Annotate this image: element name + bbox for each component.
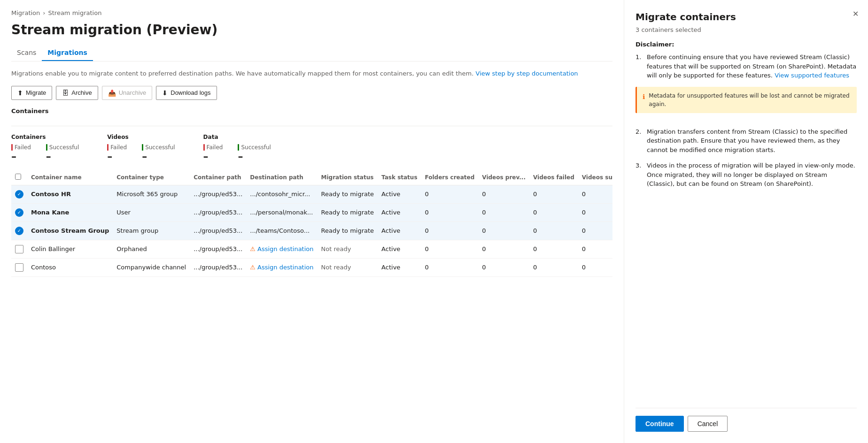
download-logs-button[interactable]: ⬇ Download logs <box>156 86 217 100</box>
checked-icon: ✓ <box>15 208 23 217</box>
select-all-checkbox[interactable] <box>11 170 27 185</box>
col-task-status: Task status <box>378 170 421 185</box>
cell-folders-created: 0 <box>421 185 479 203</box>
cell-container-type: User <box>113 203 190 222</box>
table-row: ✓Mona KaneUser.../group/ed53....../perso… <box>11 203 612 222</box>
cell-videos-succ: 0 <box>578 240 612 258</box>
continue-button[interactable]: Continue <box>636 416 684 432</box>
cell-destination-path: .../teams/Contoso... <box>246 222 317 240</box>
row-checkbox-cell[interactable]: ✓ <box>11 185 27 203</box>
cell-folders-created: 0 <box>421 222 479 240</box>
cell-migration-status: Not ready <box>318 240 378 258</box>
cell-container-type: Orphaned <box>113 240 190 258</box>
unchecked-box[interactable] <box>15 263 23 272</box>
side-panel-title: Migrate containers <box>636 11 857 23</box>
cell-container-name: Colin Ballinger <box>27 240 113 258</box>
cell-videos-succ: 0 <box>578 258 612 276</box>
download-icon: ⬇ <box>162 89 168 97</box>
col-folders-created: Folders created <box>421 170 479 185</box>
data-failed: Failed – <box>203 144 223 162</box>
data-stats: Data Failed – Successful – <box>203 134 271 162</box>
cell-task-status: Active <box>378 222 421 240</box>
side-panel: ✕ Migrate containers 3 containers select… <box>624 0 868 443</box>
cell-container-name: Contoso Stream Group <box>27 222 113 240</box>
close-button[interactable]: ✕ <box>851 8 860 20</box>
table-row: Colin BallingerOrphaned.../group/ed53...… <box>11 240 612 258</box>
warning-box: ℹ Metadata for unsupported features will… <box>636 87 857 113</box>
containers-successful: Successful – <box>46 144 79 162</box>
unarchive-button[interactable]: 📤 Unarchive <box>102 86 153 100</box>
containers-group-label: Containers <box>11 107 48 115</box>
cell-videos-prev: 0 <box>478 203 529 222</box>
view-supported-features-link[interactable]: View supported features <box>775 72 849 79</box>
table-row: ✓Contoso Stream GroupStream group.../gro… <box>11 222 612 240</box>
description-text: Migrations enable you to migrate content… <box>11 69 612 78</box>
unchecked-box[interactable] <box>15 245 23 253</box>
row-checkbox-cell[interactable]: ✓ <box>11 203 27 222</box>
stats-row: Containers <box>11 107 612 126</box>
row-checkbox-cell[interactable] <box>11 258 27 276</box>
tab-scans[interactable]: Scans <box>11 45 42 61</box>
breadcrumb-migration[interactable]: Migration <box>11 9 40 16</box>
tab-migrations[interactable]: Migrations <box>42 45 93 61</box>
cell-task-status: Active <box>378 203 421 222</box>
cell-folders-created: 0 <box>421 203 479 222</box>
cell-videos-failed: 0 <box>529 240 578 258</box>
info-icon: ℹ <box>643 92 645 102</box>
containers-stats-group: Containers <box>11 107 48 118</box>
cell-videos-failed: 0 <box>529 222 578 240</box>
videos-failed: Failed – <box>107 144 127 162</box>
cell-videos-failed: 0 <box>529 258 578 276</box>
main-content: Migration › Stream migration Stream migr… <box>0 0 624 443</box>
archive-button[interactable]: 🗄 Archive <box>56 86 98 100</box>
cell-destination-path: .../personal/monak... <box>246 203 317 222</box>
table-container: Container name Container type Container … <box>11 170 612 277</box>
step-by-step-link[interactable]: View step by step documentation <box>476 70 578 77</box>
unarchive-icon: 📤 <box>108 89 116 97</box>
step-1: 1. Before continuing ensure that you hav… <box>636 53 857 80</box>
cell-videos-failed: 0 <box>529 185 578 203</box>
steps-list: 1. Before continuing ensure that you hav… <box>636 53 857 195</box>
cell-folders-created: 0 <box>421 258 479 276</box>
failed-indicator <box>11 144 13 151</box>
checked-icon: ✓ <box>15 227 23 235</box>
breadcrumb: Migration › Stream migration <box>11 9 612 16</box>
page-title: Stream migration (Preview) <box>11 22 612 38</box>
assign-destination-link[interactable]: Assign destination <box>257 245 314 252</box>
archive-icon: 🗄 <box>62 89 69 97</box>
col-migration-status: Migration status <box>318 170 378 185</box>
assign-destination-link[interactable]: Assign destination <box>257 264 314 271</box>
cell-videos-succ: 0 <box>578 185 612 203</box>
tab-bar: Scans Migrations <box>11 45 612 61</box>
col-videos-prev: Videos prev... <box>478 170 529 185</box>
step-2: 2. Migration transfers content from Stre… <box>636 127 857 155</box>
cell-container-name: Contoso HR <box>27 185 113 203</box>
cell-container-type: Stream group <box>113 222 190 240</box>
cell-folders-created: 0 <box>421 240 479 258</box>
cell-container-path: .../group/ed53... <box>190 222 246 240</box>
migrate-button[interactable]: ⬆ Migrate <box>11 86 52 100</box>
cell-videos-failed: 0 <box>529 203 578 222</box>
cell-container-path: .../group/ed53... <box>190 203 246 222</box>
containers-stats: Containers Failed – Successful – <box>11 134 79 162</box>
cell-container-type: Companywide channel <box>113 258 190 276</box>
col-container-name: Container name <box>27 170 113 185</box>
videos-stats: Videos Failed – Successful – <box>107 134 175 162</box>
col-container-type: Container type <box>113 170 190 185</box>
cell-container-name: Contoso <box>27 258 113 276</box>
row-checkbox-cell[interactable] <box>11 240 27 258</box>
disclaimer-label: Disclaimer: <box>636 41 857 48</box>
cell-container-type: Microsoft 365 group <box>113 185 190 203</box>
checked-icon: ✓ <box>15 190 23 199</box>
cell-container-path: .../group/ed53... <box>190 240 246 258</box>
col-videos-failed: Videos failed <box>529 170 578 185</box>
cancel-button[interactable]: Cancel <box>688 416 728 432</box>
cell-destination-path[interactable]: ⚠Assign destination <box>246 240 317 258</box>
cell-destination-path[interactable]: ⚠Assign destination <box>246 258 317 276</box>
cell-container-name: Mona Kane <box>27 203 113 222</box>
col-destination-path: Destination path <box>246 170 317 185</box>
breadcrumb-stream-migration: Stream migration <box>48 9 102 16</box>
cell-videos-prev: 0 <box>478 222 529 240</box>
row-checkbox-cell[interactable]: ✓ <box>11 222 27 240</box>
successful-indicator <box>46 144 47 151</box>
